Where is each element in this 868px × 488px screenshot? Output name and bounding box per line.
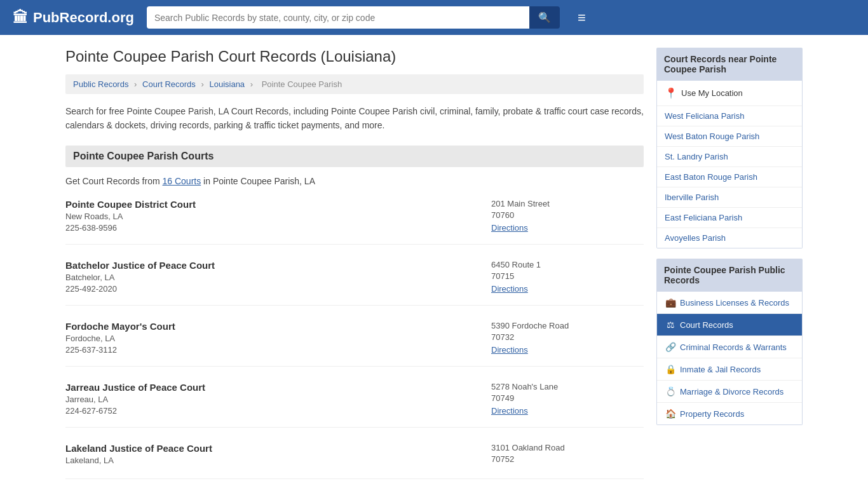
breadcrumb-sep-1: › — [134, 79, 137, 89]
nearby-parish-item[interactable]: West Baton Rouge Parish — [657, 126, 802, 147]
record-type-label: Marriage & Divorce Records — [680, 387, 783, 396]
nearby-title: Court Records near Pointe Coupee Parish — [656, 48, 803, 81]
search-input[interactable] — [147, 6, 529, 29]
breadcrumb-sep-3: › — [250, 79, 253, 89]
record-type-label: Property Records — [680, 409, 744, 419]
court-address: 5390 Fordoche Road — [491, 321, 644, 330]
record-type-icon: ⚖ — [665, 320, 676, 330]
nearby-parish-item[interactable]: East Feliciana Parish — [657, 208, 802, 228]
public-records-item[interactable]: 🔒Inmate & Jail Records — [657, 358, 802, 381]
public-records-item[interactable]: 🔗Criminal Records & Warrants — [657, 336, 802, 358]
court-address: 201 Main Street — [491, 199, 644, 208]
court-phone: 224-627-6752 — [65, 406, 491, 416]
nearby-parish-item[interactable]: Avoyelles Parish — [657, 228, 802, 248]
record-type-label: Business Licenses & Records — [680, 298, 789, 308]
directions-link[interactable]: Directions — [491, 406, 528, 416]
public-records-item[interactable]: 💍Marriage & Divorce Records — [657, 381, 802, 403]
court-name: Batchelor Justice of Peace Court — [65, 260, 491, 271]
breadcrumb: Public Records › Court Records › Louisia… — [65, 74, 644, 94]
court-address: 5278 Noah's Lane — [491, 382, 644, 391]
court-left: Lakeland Justice of Peace Court Lakeland… — [65, 443, 491, 467]
courts-list: Pointe Coupee District Court New Roads, … — [65, 199, 644, 479]
court-city: Jarreau, LA — [65, 395, 491, 404]
court-right: 6450 Route 1 70715 Directions — [491, 260, 644, 294]
nearby-box: Court Records near Pointe Coupee Parish … — [656, 48, 803, 248]
courts-subtitle: Get Court Records from 16 Courts in Poin… — [65, 176, 644, 186]
location-icon: 📍 — [665, 87, 677, 99]
directions-link[interactable]: Directions — [491, 345, 528, 355]
page-title: Pointe Coupee Parish Court Records (Loui… — [65, 48, 644, 65]
public-records-item[interactable]: 🏠Property Records — [657, 403, 802, 424]
nearby-body: 📍 Use My Location West Feliciana ParishW… — [656, 81, 803, 248]
court-zip: 70760 — [491, 210, 644, 220]
court-left: Fordoche Mayor's Court Fordoche, LA 225-… — [65, 321, 491, 355]
court-phone: 225-638-9596 — [65, 223, 491, 233]
court-zip: 70715 — [491, 271, 644, 281]
court-address: 3101 Oakland Road — [491, 443, 644, 452]
court-zip: 70732 — [491, 332, 644, 342]
nearby-parish-item[interactable]: West Feliciana Parish — [657, 106, 802, 126]
public-records-body: 💼Business Licenses & Records⚖Court Recor… — [656, 292, 803, 425]
nearby-parish-item[interactable]: Iberville Parish — [657, 187, 802, 208]
nearby-parish-item[interactable]: St. Landry Parish — [657, 147, 802, 167]
court-right: 201 Main Street 70760 Directions — [491, 199, 644, 233]
directions-link[interactable]: Directions — [491, 284, 528, 294]
court-zip: 70752 — [491, 454, 644, 464]
record-type-icon: 🔗 — [665, 342, 676, 352]
record-type-icon: 💼 — [665, 297, 676, 308]
record-type-label: Court Records — [680, 320, 733, 330]
logo-text: PubRecord.org — [33, 10, 134, 26]
use-location-item[interactable]: 📍 Use My Location — [657, 81, 802, 106]
record-type-icon: 🏠 — [665, 409, 676, 419]
public-records-item[interactable]: ⚖Court Records — [657, 314, 802, 336]
nearby-parish-item[interactable]: East Baton Rouge Parish — [657, 167, 802, 187]
directions-link[interactable]: Directions — [491, 223, 528, 233]
record-type-icon: 💍 — [665, 386, 676, 396]
court-entry: Fordoche Mayor's Court Fordoche, LA 225-… — [65, 321, 644, 367]
search-button[interactable]: 🔍 — [529, 6, 560, 29]
breadcrumb-current: Pointe Coupee Parish — [262, 79, 342, 89]
logo-icon: 🏛 — [13, 9, 28, 27]
court-left: Batchelor Justice of Peace Court Batchel… — [65, 260, 491, 294]
court-phone: 225-492-2020 — [65, 284, 491, 294]
court-entry: Batchelor Justice of Peace Court Batchel… — [65, 260, 644, 306]
court-name: Jarreau Justice of Peace Court — [65, 382, 491, 393]
public-records-item[interactable]: 💼Business Licenses & Records — [657, 292, 802, 314]
page-description: Search for free Pointe Coupee Parish, LA… — [65, 104, 644, 133]
breadcrumb-court-records[interactable]: Court Records — [142, 79, 196, 89]
record-type-label: Criminal Records & Warrants — [680, 342, 787, 352]
court-city: Lakeland, LA — [65, 456, 491, 465]
breadcrumb-sep-2: › — [201, 79, 203, 89]
court-left: Jarreau Justice of Peace Court Jarreau, … — [65, 382, 491, 416]
court-name: Pointe Coupee District Court — [65, 199, 491, 210]
court-zip: 70749 — [491, 393, 644, 403]
breadcrumb-public-records[interactable]: Public Records — [73, 79, 128, 89]
public-records-box: Pointe Coupee Parish Public Records 💼Bus… — [656, 259, 803, 425]
section-header: Pointe Coupee Parish Courts — [65, 146, 644, 167]
court-right: 5390 Fordoche Road 70732 Directions — [491, 321, 644, 355]
record-type-label: Inmate & Jail Records — [680, 365, 761, 374]
site-logo[interactable]: 🏛 PubRecord.org — [13, 9, 134, 27]
breadcrumb-louisiana[interactable]: Louisiana — [209, 79, 245, 89]
court-name: Lakeland Justice of Peace Court — [65, 443, 491, 454]
court-right: 3101 Oakland Road 70752 — [491, 443, 644, 467]
public-records-title: Pointe Coupee Parish Public Records — [656, 259, 803, 292]
menu-button[interactable]: ≡ — [573, 7, 591, 29]
use-location-text: Use My Location — [681, 88, 743, 98]
courts-count-link[interactable]: 16 Courts — [163, 176, 201, 186]
court-entry: Pointe Coupee District Court New Roads, … — [65, 199, 644, 245]
search-bar: 🔍 — [147, 6, 560, 29]
court-left: Pointe Coupee District Court New Roads, … — [65, 199, 491, 233]
court-entry: Lakeland Justice of Peace Court Lakeland… — [65, 443, 644, 479]
page-wrapper: Pointe Coupee Parish Court Records (Loui… — [53, 35, 815, 488]
public-records-items-list: 💼Business Licenses & Records⚖Court Recor… — [657, 292, 802, 424]
court-city: Fordoche, LA — [65, 334, 491, 343]
site-header: 🏛 PubRecord.org 🔍 ≡ — [0, 0, 868, 35]
court-phone: 225-637-3112 — [65, 345, 491, 355]
record-type-icon: 🔒 — [665, 364, 676, 374]
sidebar: Court Records near Pointe Coupee Parish … — [656, 48, 803, 488]
court-city: Batchelor, LA — [65, 273, 491, 282]
court-entry: Jarreau Justice of Peace Court Jarreau, … — [65, 382, 644, 428]
court-right: 5278 Noah's Lane 70749 Directions — [491, 382, 644, 416]
court-address: 6450 Route 1 — [491, 260, 644, 269]
